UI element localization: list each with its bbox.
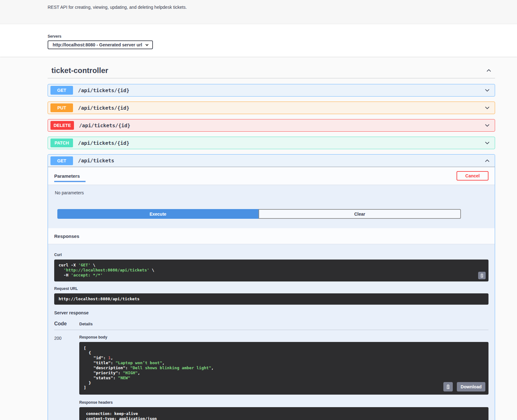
curl-command-block: curl -X 'GET' \ 'http://localhost:8080/a… <box>54 260 488 281</box>
response-headers-block: connection: keep-alive content-type: app… <box>79 407 488 420</box>
response-body-actions: Download <box>443 382 485 391</box>
server-select[interactable]: http://localhost:8080 - Generated server… <box>48 40 153 49</box>
operation-row[interactable]: PUT /api/tickets/{id} <box>48 102 495 114</box>
operation-row[interactable]: GET /api/tickets/{id} <box>48 84 495 97</box>
operation-summary[interactable]: GET /api/tickets <box>48 155 495 167</box>
operation-path: /api/tickets/{id} <box>78 87 129 93</box>
tag-title: ticket-controller <box>51 66 108 75</box>
response-body-text: [ { "id": 1, "title": "Laptop won’t boot… <box>84 346 484 391</box>
server-response-row: 200 Response body [ { "id": 1, "title": … <box>54 330 488 420</box>
server-response-label: Server response <box>54 310 488 315</box>
server-response-table: Code Details 200 Response body [ { "id":… <box>54 321 488 420</box>
request-url-value: http://localhost:8080/api/tickets <box>59 297 139 302</box>
request-url-label: Request URL <box>54 286 488 291</box>
chevron-down-icon[interactable] <box>484 140 490 146</box>
api-description: REST API for creating, viewing, updating… <box>48 5 495 10</box>
servers-label: Servers <box>48 34 495 39</box>
no-parameters-text: No parameters <box>54 190 488 195</box>
api-info-section: REST API for creating, viewing, updating… <box>0 0 517 24</box>
tab-parameters-label: Parameters <box>54 173 80 179</box>
swagger-ui-page: REST API for creating, viewing, updating… <box>0 0 517 420</box>
operation-expanded-get-tickets: GET /api/tickets Parameters Cancel No pa… <box>48 154 495 420</box>
server-response-table-header: Code Details <box>54 321 488 330</box>
clipboard-icon <box>446 384 451 389</box>
execute-row: Execute Clear <box>57 209 461 219</box>
clipboard-icon <box>480 273 484 278</box>
responses-title: Responses <box>54 234 79 239</box>
api-operations: ticket-controller GET /api/tickets/{id} … <box>48 57 495 420</box>
responses-header: Responses <box>48 228 495 244</box>
chevron-up-icon[interactable] <box>484 158 490 164</box>
cancel-button[interactable]: Cancel <box>457 171 488 181</box>
copy-to-clipboard-button[interactable] <box>443 382 453 391</box>
servers-section: Servers http://localhost:8080 - Generate… <box>0 24 517 57</box>
method-badge: GET <box>50 156 73 165</box>
response-body-block: [ { "id": 1, "title": "Laptop won’t boot… <box>79 342 488 395</box>
tab-parameters[interactable]: Parameters <box>54 168 80 183</box>
operations-list: GET /api/tickets/{id} PUT /api/tickets/{… <box>48 84 495 149</box>
response-body-label: Response body <box>79 335 488 339</box>
request-url-block: http://localhost:8080/api/tickets <box>54 293 488 305</box>
operation-row[interactable]: DELETE /api/tickets/{id} <box>48 119 495 132</box>
details-column-header: Details <box>79 321 488 327</box>
clear-button[interactable]: Clear <box>258 209 461 219</box>
chevron-down-icon <box>145 43 149 47</box>
method-badge: PUT <box>50 103 73 112</box>
status-code: 200 <box>54 335 79 420</box>
response-headers-text: connection: keep-alive content-type: app… <box>84 411 484 420</box>
operation-path: /api/tickets <box>78 158 114 164</box>
parameters-header: Parameters Cancel <box>48 167 495 185</box>
chevron-down-icon[interactable] <box>484 105 490 111</box>
download-button[interactable]: Download <box>457 382 485 391</box>
operation-path: /api/tickets/{id} <box>78 105 129 111</box>
method-badge: GET <box>50 86 73 95</box>
parameters-body: No parameters Execute Clear <box>48 185 495 228</box>
curl-command-text: curl -X 'GET' \ 'http://localhost:8080/a… <box>59 263 476 278</box>
chevron-down-icon[interactable] <box>484 87 490 93</box>
tag-header-ticket-controller[interactable]: ticket-controller <box>48 66 495 78</box>
code-column-header: Code <box>54 321 79 327</box>
responses-body: Curl curl -X 'GET' \ 'http://localhost:8… <box>48 244 495 420</box>
chevron-up-icon[interactable] <box>486 67 492 74</box>
curl-label: Curl <box>54 253 488 257</box>
operation-path: /api/tickets/{id} <box>79 123 130 129</box>
server-select-value: http://localhost:8080 - Generated server… <box>53 42 142 47</box>
method-badge: DELETE <box>50 121 74 130</box>
copy-to-clipboard-button[interactable] <box>478 272 486 279</box>
method-badge: PATCH <box>50 139 73 147</box>
operation-path: /api/tickets/{id} <box>78 140 129 146</box>
operation-row[interactable]: PATCH /api/tickets/{id} <box>48 137 495 149</box>
chevron-down-icon[interactable] <box>484 122 490 129</box>
response-headers-label: Response headers <box>79 400 488 405</box>
execute-button[interactable]: Execute <box>57 209 258 219</box>
